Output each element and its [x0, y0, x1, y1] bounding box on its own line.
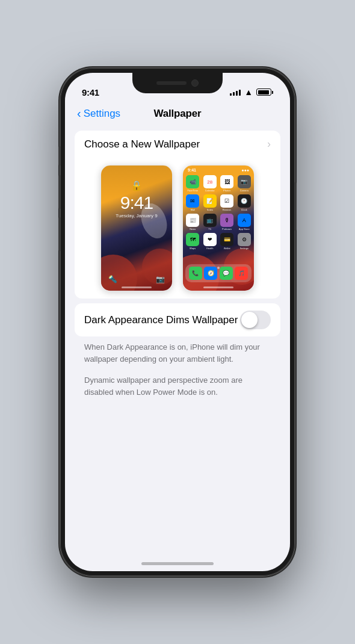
app-photos: 🖼 Photos — [220, 175, 235, 192]
status-icons: ▲ — [230, 87, 273, 97]
navigation-bar: ‹ Settings Wallpaper — [65, 103, 290, 126]
app-notes: 📝 Notes — [203, 194, 218, 211]
dock-messages: 💬 — [220, 267, 233, 280]
lock-screen-preview[interactable]: 🔒 9:41 Tuesday, January 9 🔦 📷 — [100, 165, 173, 291]
phone-frame: 9:41 ▲ ‹ Sett — [60, 68, 295, 576]
lock-date: Tuesday, January 9 — [116, 213, 157, 218]
dock-music: 🎵 — [235, 267, 248, 280]
app-dock: 📞 🧭 💬 🎵 — [185, 264, 252, 282]
app-settings: ⚙ Settings — [237, 233, 252, 250]
app-tv: 📺 TV — [203, 214, 218, 231]
speaker — [156, 81, 187, 85]
dark-appearance-label: Dark Appearance Dims Wallpaper — [84, 314, 238, 326]
wifi-icon: ▲ — [244, 87, 253, 97]
back-chevron-icon: ‹ — [77, 107, 81, 120]
app-grid: 📹 FaceTime 28 Calendar 🖼 Photos — [183, 174, 254, 251]
dock-phone: 📞 — [189, 267, 202, 280]
app-mail: ✉ Mail — [185, 194, 200, 211]
notch — [132, 73, 223, 93]
app-maps: 🗺 Maps — [185, 233, 200, 250]
dark-appearance-description: When Dark Appearance is on, iPhone will … — [65, 336, 290, 370]
app-news: 📰 News — [185, 214, 200, 231]
content-area: Choose a New Wallpaper › 🔒 — [65, 126, 290, 564]
app-clock: 🕐 Clock — [237, 194, 252, 211]
low-power-description: Dynamic wallpaper and perspective zoom a… — [65, 370, 290, 407]
choose-wallpaper-label: Choose a New Wallpaper — [84, 138, 200, 150]
choose-wallpaper-row[interactable]: Choose a New Wallpaper › — [75, 131, 280, 158]
signal-icon — [230, 88, 241, 96]
app-wallet: 💳 Wallet — [220, 233, 235, 250]
wallpaper-preview-section: 🔒 9:41 Tuesday, January 9 🔦 📷 — [84, 158, 271, 299]
toggle-knob — [241, 312, 258, 328]
status-time: 9:41 — [82, 87, 99, 98]
app-calendar: 28 Calendar — [203, 175, 218, 192]
hs-signal: ●●● — [241, 168, 249, 172]
hs-time: 9:41 — [188, 168, 196, 172]
app-health: ❤ Health — [203, 233, 218, 250]
home-indicator — [141, 562, 214, 565]
app-facetime: 📹 FaceTime — [185, 175, 200, 192]
phone-screen: 9:41 ▲ ‹ Sett — [65, 73, 290, 571]
front-camera — [191, 79, 199, 87]
choose-chevron-icon: › — [267, 138, 271, 150]
hs-home-bar — [203, 286, 233, 288]
home-screen-preview[interactable]: 9:41 ●●● 📹 FaceTime 28 — [182, 165, 255, 291]
battery-icon — [256, 88, 273, 96]
dark-appearance-toggle[interactable] — [240, 311, 271, 329]
silent-button[interactable] — [58, 146, 60, 166]
lock-icon: 🔒 — [131, 180, 143, 191]
choose-wallpaper-section: Choose a New Wallpaper › 🔒 — [75, 131, 280, 299]
volume-up-button[interactable] — [58, 175, 60, 209]
dock-safari: 🧭 — [204, 267, 217, 280]
app-appstore: A App Store — [237, 214, 252, 231]
back-label: Settings — [84, 108, 120, 120]
page-title: Wallpaper — [154, 108, 202, 120]
app-reminders: ☑ Remind. — [220, 194, 235, 211]
back-button[interactable]: ‹ Settings — [77, 107, 120, 120]
volume-down-button[interactable] — [58, 217, 60, 251]
app-podcasts: 🎙 Podcasts — [220, 214, 235, 231]
dark-appearance-section: Dark Appearance Dims Wallpaper — [75, 303, 280, 336]
app-camera: 📷 Camera — [237, 175, 252, 192]
home-bar — [122, 286, 152, 288]
torch-icon: 🔦 — [108, 275, 117, 283]
power-button[interactable] — [295, 182, 297, 231]
hs-status-bar: 9:41 ●●● — [183, 166, 254, 174]
camera-icon: 📷 — [156, 275, 165, 283]
lock-time: 9:41 — [120, 194, 153, 212]
